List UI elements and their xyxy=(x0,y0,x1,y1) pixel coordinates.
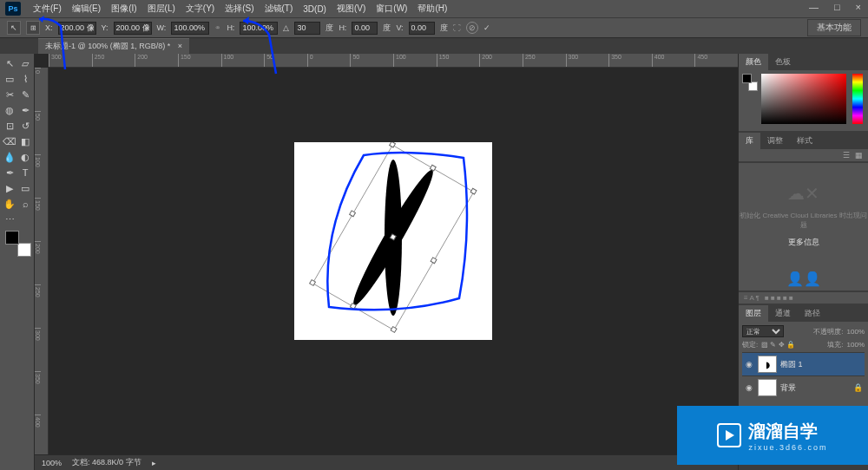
para-icons[interactable]: ■ ■ ■ ■ ■ xyxy=(765,294,793,302)
link-icon[interactable]: ⚭ xyxy=(214,23,221,32)
v-skew-input[interactable] xyxy=(409,22,435,35)
x-input[interactable] xyxy=(58,22,96,35)
type-tool[interactable]: T xyxy=(17,165,33,180)
color-swatches[interactable] xyxy=(5,231,31,257)
crop-tool[interactable]: ✂ xyxy=(2,87,17,102)
gradient-tool[interactable]: ◧ xyxy=(17,134,33,149)
hue-slider[interactable] xyxy=(852,74,863,124)
transform-tool-icon[interactable]: ↖ xyxy=(7,21,21,35)
tab-libraries[interactable]: 库 xyxy=(739,133,760,149)
layer-row[interactable]: ◉ 背景 🔒 xyxy=(742,375,865,399)
minimize-button[interactable]: — xyxy=(806,2,822,12)
color-field[interactable] xyxy=(761,74,846,124)
menu-type[interactable]: 文字(Y) xyxy=(181,1,220,16)
menu-select[interactable]: 选择(S) xyxy=(220,1,259,16)
pen-tool[interactable]: ✒ xyxy=(2,165,17,180)
menu-view[interactable]: 视图(V) xyxy=(332,1,371,16)
h-skew-input[interactable] xyxy=(352,22,378,35)
tab-adjustments[interactable]: 调整 xyxy=(760,133,790,149)
foreground-color[interactable] xyxy=(5,231,19,245)
layer-name[interactable]: 背景 xyxy=(780,382,796,394)
close-button[interactable]: × xyxy=(852,2,865,12)
workspace-switcher[interactable]: 基本功能 xyxy=(807,19,861,36)
view-list-icon[interactable]: ☰ xyxy=(843,151,850,160)
view-grid-icon[interactable]: ▦ xyxy=(855,151,863,160)
svg-rect-3 xyxy=(390,142,396,147)
background-color[interactable] xyxy=(17,243,31,257)
layer-thumbnail[interactable]: ◗ xyxy=(758,356,777,373)
h-input[interactable] xyxy=(240,22,278,35)
blur-tool[interactable]: 💧 xyxy=(2,149,17,165)
tab-swatches[interactable]: 色板 xyxy=(768,54,798,70)
shape-tool[interactable]: ▭ xyxy=(17,180,33,196)
eyedropper-tool[interactable]: ✎ xyxy=(17,87,33,102)
doc-info[interactable]: 文档: 468.8K/0 字节 xyxy=(72,457,141,468)
vertical-ruler[interactable]: 050100150200250300350400 xyxy=(35,68,49,470)
tab-color[interactable]: 颜色 xyxy=(739,54,768,70)
layer-name[interactable]: 椭圆 1 xyxy=(780,359,803,370)
zoom-level[interactable]: 100% xyxy=(42,459,62,467)
fill-value[interactable]: 100% xyxy=(847,341,865,349)
lock-icons[interactable]: ▨ ✎ ✥ 🔒 xyxy=(761,341,795,349)
menu-3d[interactable]: 3D(D) xyxy=(298,3,332,16)
close-tab-icon[interactable]: × xyxy=(178,42,182,50)
edit-toolbar[interactable]: ⋯ xyxy=(2,212,17,227)
move-tool[interactable]: ↖ xyxy=(2,55,17,71)
menu-filter[interactable]: 滤镜(T) xyxy=(260,1,299,16)
brush-tool[interactable]: ✒ xyxy=(17,102,33,118)
path-select-tool[interactable]: ▶ xyxy=(2,180,17,196)
commit-transform-icon[interactable]: ✓ xyxy=(483,23,490,32)
visibility-icon[interactable]: ◉ xyxy=(744,360,754,369)
lock-icon[interactable]: 🔒 xyxy=(853,383,863,392)
doc-info-chevron-icon[interactable]: ▸ xyxy=(152,459,156,467)
w-input[interactable] xyxy=(171,22,209,35)
menu-edit[interactable]: 编辑(E) xyxy=(67,1,106,16)
history-brush-tool[interactable]: ↺ xyxy=(17,118,33,134)
angle-input[interactable] xyxy=(294,22,320,35)
zoom-tool[interactable]: ⌕ xyxy=(17,196,33,212)
tab-layers[interactable]: 图层 xyxy=(739,305,768,322)
tab-styles[interactable]: 样式 xyxy=(790,133,819,149)
app-logo: Ps xyxy=(5,2,21,16)
watermark-url: zixue.3d66.com xyxy=(748,443,827,452)
visibility-icon[interactable]: ◉ xyxy=(744,383,754,392)
tab-paths[interactable]: 路径 xyxy=(798,305,827,322)
watermark: 溜溜自学 zixue.3d66.com xyxy=(677,406,868,465)
menu-window[interactable]: 窗口(W) xyxy=(371,1,412,16)
document-tab[interactable]: 未标题-1 @ 100% (椭圆 1, RGB/8) * × xyxy=(38,38,189,54)
clone-tool[interactable]: ⊡ xyxy=(2,118,17,134)
v-skew-unit: 度 xyxy=(440,23,448,34)
dodge-tool[interactable]: ◐ xyxy=(17,149,33,165)
eraser-tool[interactable]: ⌫ xyxy=(2,134,17,149)
hand-tool[interactable]: ✋ xyxy=(2,196,17,212)
menu-image[interactable]: 图像(I) xyxy=(106,1,141,16)
blend-mode-select[interactable]: 正常 xyxy=(742,325,784,337)
more-info-link[interactable]: 更多信息 xyxy=(788,237,819,248)
cancel-transform-icon[interactable]: ⊘ xyxy=(466,22,478,34)
opacity-value[interactable]: 100% xyxy=(847,328,865,336)
marquee-tool[interactable]: ▭ xyxy=(2,71,17,87)
toolbox: ↖▱ ▭⌇ ✂✎ ◍✒ ⊡↺ ⌫◧ 💧◐ ✒T ▶▭ ✋⌕ ⋯ xyxy=(0,54,35,470)
healing-tool[interactable]: ◍ xyxy=(2,102,17,118)
interpolation-icon[interactable]: ⛶ xyxy=(453,23,461,32)
menu-layer[interactable]: 图层(L) xyxy=(142,1,181,16)
lasso-tool[interactable]: ⌇ xyxy=(17,71,33,87)
menu-file[interactable]: 文件(F) xyxy=(28,1,67,16)
angle-label: △ xyxy=(283,23,289,32)
reference-point-icon[interactable]: ⊞ xyxy=(26,21,40,35)
x-label: X: xyxy=(45,23,53,32)
h-label: H: xyxy=(227,23,234,32)
artboard-tool[interactable]: ▱ xyxy=(17,55,33,71)
menu-help[interactable]: 帮助(H) xyxy=(412,1,452,16)
horizontal-ruler[interactable]: 3002502001501005005010015020025030035040… xyxy=(49,54,738,68)
lib-panel: 库 调整 样式 ☰ ▦ xyxy=(739,133,868,161)
y-input[interactable] xyxy=(114,22,152,35)
layer-thumbnail[interactable] xyxy=(758,379,777,396)
char-icons[interactable]: ≡ A ¶ xyxy=(744,294,760,302)
maximize-button[interactable]: □ xyxy=(831,2,844,12)
canvas[interactable] xyxy=(294,142,492,340)
panel-fg-bg[interactable] xyxy=(742,74,758,91)
layer-row[interactable]: ◉ ◗ 椭圆 1 xyxy=(742,352,865,375)
options-bar: ↖ ⊞ X: Y: W: ⚭ H: △ 度 H: 度 V: 度 ⛶ ⊘ ✓ xyxy=(0,17,868,38)
tab-channels[interactable]: 通道 xyxy=(768,305,798,322)
